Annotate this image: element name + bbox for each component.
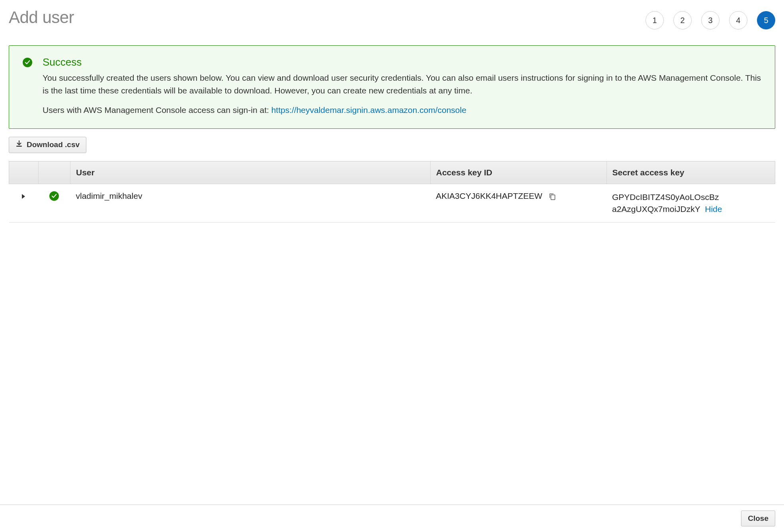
table-row: vladimir_mikhalev AKIA3CYJ6KK4HAPTZEEW G… — [9, 184, 775, 223]
step-3[interactable]: 3 — [701, 11, 720, 29]
step-5[interactable]: 5 — [757, 11, 775, 29]
col-status-header — [38, 161, 70, 184]
secret-line-2: a2AzgUXQx7moiJDzkY — [612, 204, 700, 214]
success-alert: Success You successfully created the use… — [9, 45, 775, 129]
col-access-key-header: Access key ID — [430, 161, 607, 184]
svg-rect-0 — [16, 146, 22, 146]
page-title: Add user — [9, 8, 74, 27]
step-2[interactable]: 2 — [673, 11, 692, 29]
cell-user: vladimir_mikhalev — [70, 184, 431, 223]
svg-rect-1 — [551, 195, 555, 200]
download-icon — [16, 140, 23, 150]
hide-secret-link[interactable]: Hide — [705, 204, 722, 214]
row-status-success-icon — [49, 191, 59, 201]
col-expand-header — [9, 161, 39, 184]
secret-line-1: GPYDcIBITZ4S0yAoLOscBz — [612, 192, 719, 202]
alert-body-text: You successfully created the users shown… — [43, 72, 761, 97]
col-user-header: User — [70, 161, 431, 184]
alert-heading: Success — [43, 56, 761, 68]
expand-row-toggle[interactable] — [22, 194, 25, 199]
step-4[interactable]: 4 — [729, 11, 747, 29]
step-1[interactable]: 1 — [646, 11, 664, 29]
copy-access-key-button[interactable] — [548, 192, 557, 201]
success-check-icon — [23, 58, 32, 116]
wizard-stepper: 1 2 3 4 5 — [646, 11, 775, 29]
users-table: User Access key ID Secret access key vla… — [9, 161, 775, 223]
cell-secret-access-key: GPYDcIBITZ4S0yAoLOscBz a2AzgUXQx7moiJDzk… — [607, 184, 775, 223]
download-csv-button[interactable]: Download .csv — [9, 137, 86, 153]
signin-url-link[interactable]: https://heyvaldemar.signin.aws.amazon.co… — [271, 105, 466, 115]
cell-access-key-id: AKIA3CYJ6KK4HAPTZEEW — [436, 191, 542, 201]
alert-signin-prefix: Users with AWS Management Console access… — [43, 105, 271, 115]
download-csv-label: Download .csv — [27, 140, 80, 149]
alert-signin-line: Users with AWS Management Console access… — [43, 104, 761, 116]
col-secret-header: Secret access key — [607, 161, 775, 184]
